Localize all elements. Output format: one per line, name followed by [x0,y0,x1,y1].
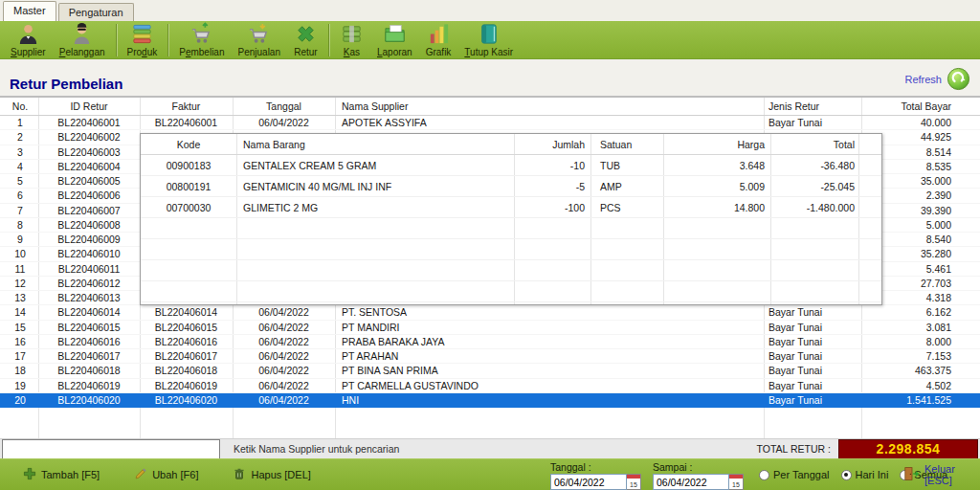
popup-cell-nama: GLIMETIC 2 MG [236,202,514,213]
hapus-label: Hapus [DEL] [251,469,310,480]
cell-faktur: BL220406001 [140,117,233,128]
table-row[interactable]: 14 BL220406014 BL220406014 06/04/2022 PT… [0,305,980,320]
laporan-button[interactable]: Laporan [370,21,419,59]
supplier-search-input[interactable] [2,439,220,459]
cell-supplier: PRABA BARAKA JAYA [335,336,764,347]
cell-tanggal: 06/04/2022 [233,336,335,347]
popup-col-jumlah: Jumlah [514,139,590,150]
popup-row[interactable]: 00700030 GLIMETIC 2 MG -100 PCS 14.800 -… [141,197,881,218]
pembelian-label: Pembelian [179,47,224,57]
cell-total: 1.541.525 [861,394,978,406]
popup-row[interactable]: 00800191 GENTAMICIN 40 MG/ML INJ INF -5 … [141,176,881,197]
popup-cell-nama: GENTALEX CREAM 5 GRAM [236,160,514,171]
table-row[interactable]: 19 BL220406019 BL220406019 06/04/2022 PT… [0,379,980,393]
pelanggan-label: Pelanggan [59,47,105,57]
popup-cell-total: -1.480.000 [770,202,858,213]
tab-pengaturan[interactable]: Pengaturan [58,3,134,21]
cell-faktur: BL220406016 [140,336,233,347]
tambah-label: Tambah [F5] [41,469,100,480]
penjualan-button[interactable]: Penjualan [231,21,287,59]
table-row[interactable]: 1 BL220406001 BL220406001 06/04/2022 APO… [0,116,980,130]
table-row[interactable]: 18 BL220406018 BL220406018 06/04/2022 PT… [0,364,980,378]
supplier-button[interactable]: Supplier [4,21,53,59]
tutup-kasir-button[interactable]: Tutup Kasir [457,21,520,59]
penjualan-cart-icon [247,22,271,46]
cell-no: 19 [2,380,38,391]
cell-faktur: BL220406018 [140,365,233,376]
cell-id-retur: BL220406012 [38,278,140,289]
table-row[interactable]: 15 BL220406015 BL220406015 06/04/2022 PT… [0,321,980,335]
cell-faktur: BL220406020 [140,394,233,406]
hapus-button[interactable]: Hapus [DEL] [233,467,310,482]
cell-id-retur: BL220406017 [38,350,140,362]
cell-jenis: Bayar Tunai [764,365,861,376]
tanggal-date-input[interactable] [550,474,627,490]
popup-header-row: Kode Nama Barang Jumlah Satuan Harga Tot… [141,134,881,155]
tab-master[interactable]: Master [3,1,56,21]
laporan-folder-icon [383,22,407,46]
sampai-calendar-button[interactable]: 15 [729,474,744,490]
cell-id-retur: BL220406020 [38,394,140,406]
tanggal-calendar-button[interactable]: 15 [627,474,641,490]
radio-circle-icon [759,470,769,480]
table-row[interactable]: 17 BL220406017 BL220406017 06/04/2022 PT… [0,349,980,364]
grafik-chart-icon [427,22,451,46]
date-filter-radio[interactable]: Per Tanggal [759,469,830,480]
table-row[interactable]: 16 BL220406016 BL220406016 06/04/2022 PR… [0,335,980,349]
kas-label: Kas [344,47,360,57]
popup-cell-jumlah: -100 [514,202,590,213]
popup-cell-jumlah: -5 [514,181,590,192]
popup-cell-satuan: AMP [590,181,663,192]
popup-cell-satuan: PCS [590,202,663,213]
total-retur-value: 2.298.854 [838,439,978,459]
ubah-button[interactable]: Ubah [F6] [134,467,198,482]
pencil-icon [134,467,147,482]
pelanggan-button[interactable]: Pelanggan [53,21,112,59]
page-header: Retur Pembelian Refresh [0,59,980,96]
date-filter-radio[interactable]: Hari Ini [841,469,889,480]
cell-total: 8.000 [861,336,978,347]
popup-col-satuan: Satuan [590,139,663,150]
popup-col-total: Total [770,139,858,150]
search-hint-label: Ketik Nama Supplier untuk pencarian [234,443,757,455]
cell-total: 7.153 [861,350,978,362]
cell-supplier: PT MANDIRI [335,322,764,333]
calendar-day-icon: 15 [732,481,740,489]
col-header-id-retur: ID Retur [38,100,140,112]
cell-id-retur: BL220406007 [38,205,140,216]
grafik-button[interactable]: Grafik [419,21,458,59]
popup-cell-harga: 3.648 [663,160,770,171]
sampai-label: Sampai : [653,461,744,473]
refresh-button[interactable]: Refresh [904,67,970,93]
cell-id-retur: BL220406014 [38,306,140,318]
cell-id-retur: BL220406010 [38,248,140,259]
cell-total: 40.000 [861,117,978,128]
cell-id-retur: BL220406016 [38,336,140,347]
cell-no: 14 [2,306,38,318]
cell-total: 6.162 [861,306,978,318]
pembelian-button[interactable]: Pembelian [172,21,231,59]
produk-label: Produk [127,47,158,57]
cell-id-retur: BL220406019 [38,380,140,391]
page-title: Retur Pembelian [10,76,122,94]
retur-x-icon [294,22,318,46]
table-row[interactable]: 20 BL220406020 BL220406020 06/04/2022 HN… [0,393,980,408]
cell-supplier: PT ARAHAN [335,350,764,362]
produk-button[interactable]: Produk [121,21,165,59]
popup-row[interactable]: 00900183 GENTALEX CREAM 5 GRAM -10 TUB 3… [141,155,881,176]
tutup-kasir-label: Tutup Kasir [464,47,513,57]
kas-button[interactable]: Kas [333,21,370,59]
cell-no: 8 [2,219,38,231]
col-header-nama-supplier: Nama Supplier [335,100,764,112]
col-header-tanggal: Tanggal [233,100,335,112]
cell-id-retur: BL220406011 [38,263,140,275]
retur-button[interactable]: Retur [287,21,324,59]
keluar-button[interactable]: Keluar [ESC] [903,459,980,490]
tambah-button[interactable]: Tambah [F5] [23,467,100,482]
popup-cell-harga: 14.800 [663,202,770,213]
col-header-faktur: Faktur [140,100,233,112]
sampai-date-input[interactable] [653,474,729,490]
cell-tanggal: 06/04/2022 [233,394,335,406]
bottom-action-bar: Tambah [F5] Ubah [F6] Hapus [DEL] Tangga… [0,458,980,490]
radio-label: Hari Ini [856,469,889,480]
